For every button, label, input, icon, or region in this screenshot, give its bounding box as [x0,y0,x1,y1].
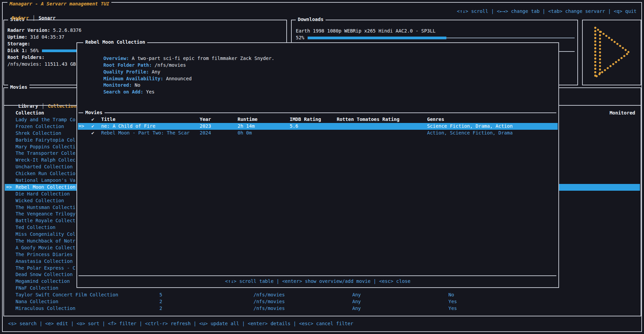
tab-divider: │ [42,103,44,109]
collection-name: The Huntsman Collecti [16,204,75,211]
tab-collections[interactable]: Collections [48,103,79,109]
collection-root-folder: /nfs/movies [253,292,285,298]
movies-table-bottom-border [79,275,556,276]
collection-name: The Princess Diaries [16,251,73,258]
collection-name: Miss Congeniality Col [16,231,75,238]
collection-name: The Hunchback of Notr [16,238,75,245]
collection-name: Anastasia Collection [16,258,73,265]
collection-name: Nana Collection [16,298,58,305]
collection-name: A Goofy Movie Collect [16,245,75,251]
movies-table-rows: => ✔ ne: A Child of Fire 2023 2h 14m 5.6… [78,123,558,137]
collection-name: Mary Poppins Collecti [16,144,75,150]
top-keybinds: <↑↓> scroll | <←→> change tab | <tab> ch… [457,8,637,15]
collection-name: Shrek Collection [16,130,61,137]
selection-arrow: => [79,123,84,130]
collection-row[interactable]: Taylor Swift Concert Film Collection 5 /… [5,292,640,298]
collection-column-header: Collection [16,110,44,117]
info-label: Quality Profile: [103,69,149,75]
uptime-value: 31d 04:35:37 [30,34,64,40]
tab-divider: │ [32,15,35,21]
monitored-column-header: Monitored [609,110,635,117]
tab-library[interactable]: Library [18,103,38,109]
info-value: A two-part sci-fi epic from filmmaker Za… [132,56,274,61]
collection-name: Battle Royale Collect [16,217,75,224]
collection-name: Uncharted Collection [16,164,73,170]
header-year: Year [200,116,211,123]
collection-search-on-add: Yes [448,298,457,305]
collection-quality-profile: Any [352,292,361,298]
info-value: Announced [166,76,192,81]
collection-name: Frozen Collection [16,123,64,130]
header-genres: Genres [427,116,444,123]
download-progress-line: 52% [296,35,575,41]
collection-movie-count: 2 [159,305,162,312]
info-value: Any [152,69,160,75]
collection-name: Wreck-It Ralph Collec [16,157,75,164]
movie-runtime: 2h 14m [238,123,255,130]
downloads-panel-title: Downloads [296,16,326,23]
collection-root-folder: /nfs/movies [253,298,285,305]
collection-name: National Lampoon's Va [16,177,75,184]
collection-quality-profile: Any [352,305,361,312]
movie-runtime: 0h 0m [238,130,252,137]
collection-name: Taylor Swift Concert Film Collection [16,292,118,298]
collection-info: Overview:A two-part sci-fi epic from fil… [81,48,555,89]
download-percent: 52% [296,35,304,41]
collection-name: Lady and the Tramp Co [16,117,75,123]
movies-table-header: ✔ Title Year Runtime IMDB Rating Rotten … [78,116,558,123]
movies-table-top-border [79,112,556,113]
selection-arrow: => [6,184,12,191]
collection-details-modal: Rebel Moon Collection Overview:A two-par… [76,42,559,288]
collection-name: Wicked Collection [16,197,64,204]
header-rotten-tomatoes-rating: Rotten Tomatoes Rating [337,116,399,123]
header-runtime: Runtime [238,116,258,123]
collection-name: Rebel Moon Collection [16,184,75,191]
collection-movie-count: 5 [159,292,162,298]
collection-name: Dead Snow Collection [16,271,73,278]
header-imdb-rating: IMDB Rating [290,116,321,123]
movie-row[interactable]: => ✔ ne: A Child of Fire 2023 2h 14m 5.6… [78,123,558,130]
monitored-check-icon: ✔ [91,130,94,137]
download-item-title: Earth 1998 1080p WEBRip x265 Hindi AAC2.… [296,28,575,35]
collection-name: Miraculous Collection [16,305,75,312]
servarr-tabs: Radarr│Sonarr [6,8,55,22]
disk-label: Disk 1: [7,47,27,54]
collection-name: FNaF Collection [16,285,58,292]
movie-row[interactable]: ✔ Rebel Moon - Part Two: The Scar 2024 0… [78,130,558,137]
collection-quality-profile: Any [352,298,361,305]
info-value: No [135,82,140,88]
movie-imdb-rating: 5.6 [290,123,298,130]
movie-genres: Science Fiction, Drama, Action [427,123,513,130]
tab-radarr[interactable]: Radarr [12,15,29,21]
header-monitored-check: ✔ [91,116,94,123]
info-label: Monitored: [103,82,132,88]
collection-row[interactable]: Miraculous Collection 2 /nfs/movies Any … [5,305,640,312]
modal-title: Rebel Moon Collection [83,39,147,46]
collection-name: Megamind collection [16,278,70,285]
collection-name: The Vengeance Trilogy [16,211,75,217]
movie-year: 2024 [200,130,211,137]
collection-name: Ted Collection [16,224,55,231]
collection-name: The Polar Express - C [16,265,75,272]
header-title: Title [101,116,115,123]
uptime-label: Uptime: [7,34,27,40]
tab-sonarr[interactable]: Sonarr [39,15,56,21]
radarr-version-line: Radarr Version:5.2.6.8376 [7,27,284,34]
collection-search-on-add: Yes [448,305,457,312]
info-value: /nfs/movies [155,62,186,68]
collection-root-folder: /nfs/movies [253,305,285,312]
info-label: Minimum Availability: [103,76,163,81]
radarr-version-value: 5.2.6.8376 [53,27,81,33]
monitored-check-icon: ✔ [91,123,94,130]
download-gauge [308,35,575,41]
collection-row[interactable]: Nana Collection 2 /nfs/movies Any Yes [5,298,640,305]
collection-name: Die Hard Collection [16,191,70,197]
info-line: Overview:A two-part sci-fi epic from fil… [81,48,555,55]
collection-search-on-add: No [448,292,454,298]
movie-year: 2023 [200,123,211,130]
movies-table-title: Movies [83,109,105,116]
collection-name: Chicken Run Collectio [16,170,75,177]
movie-title: Rebel Moon - Part Two: The Scar [101,130,190,137]
logo-panel [582,20,641,85]
gauge-fill [308,37,446,39]
